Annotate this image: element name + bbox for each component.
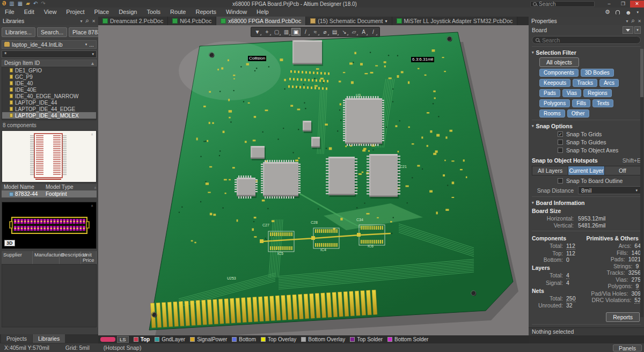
reports-button[interactable]: Reports <box>606 312 640 322</box>
checkbox[interactable] <box>558 140 563 145</box>
section-selection-filter[interactable]: ▾ Selection Filter <box>532 49 641 56</box>
view-3d-badge[interactable]: 3D <box>4 240 15 246</box>
list-item[interactable]: GC_P9 <box>2 74 96 80</box>
open-folder-icon[interactable]: ▰ <box>26 1 30 6</box>
chevron-down-icon[interactable]: ▾ <box>626 19 628 24</box>
menu-edit[interactable]: Edit <box>19 8 39 17</box>
layer-tab-top-overlay[interactable]: Top Overlay <box>261 336 296 342</box>
filter-chip[interactable]: Regions <box>583 89 612 97</box>
section-snap-options[interactable]: ▾ Snap Options <box>532 123 641 129</box>
filter-chip[interactable]: Keepouts <box>539 79 570 87</box>
tab-x68000[interactable]: x68000 FPGA Board.PcbDoc <box>216 17 306 25</box>
search-button[interactable]: Search... <box>37 27 67 37</box>
crosshair-icon[interactable]: + <box>262 28 272 36</box>
list-item[interactable]: DE1_GPIO <box>2 67 96 74</box>
segment-off[interactable]: Off <box>605 166 640 175</box>
checkbox[interactable] <box>558 178 563 184</box>
layer-tab-signalpower[interactable]: SignalPower <box>190 336 227 342</box>
schematic-preview[interactable]: » <box>2 130 97 182</box>
scrollbar[interactable] <box>640 49 643 317</box>
layer-tab-bottom[interactable]: Bottom <box>232 336 256 342</box>
maximize-button[interactable]: ❐ <box>616 1 630 8</box>
model-row[interactable]: 87832-44 Footprint <box>2 190 97 197</box>
component-filter-input[interactable]: * ▾ <box>2 50 97 58</box>
undo-icon[interactable]: ↶ <box>33 1 38 6</box>
menu-design[interactable]: Design <box>114 8 142 17</box>
menu-route[interactable]: Route <box>165 8 191 17</box>
chevron-down-icon[interactable]: ▾ <box>385 19 387 24</box>
collapse-icon[interactable]: » <box>89 204 94 207</box>
close-button[interactable]: ✕ <box>630 1 644 8</box>
pcb-3d-viewport[interactable]: U3 C27 C28 C34 IC5 IC4 IC6 C21 U253 ▼ + … <box>98 25 529 335</box>
filter-chip[interactable]: Rooms <box>539 109 565 118</box>
library-select[interactable]: laptop_ide_44.IntLib ▾ ... <box>2 40 97 49</box>
align-icon[interactable]: ▥ <box>282 28 291 36</box>
chevron-down-icon[interactable]: ▾ <box>636 10 639 14</box>
minimize-button[interactable]: – <box>602 1 616 8</box>
filter-chip[interactable]: Polygons <box>539 99 570 107</box>
checkbox[interactable] <box>558 148 563 153</box>
layers-total-link[interactable]: 4 <box>566 272 569 279</box>
menu-place[interactable]: Place <box>90 8 114 17</box>
more-options-button[interactable]: ... <box>89 41 94 48</box>
chevron-down-icon[interactable]: ▾ <box>85 42 87 47</box>
pcb-board-3d[interactable]: U3 C27 C28 C34 IC5 IC4 IC6 C21 U253 <box>98 25 529 335</box>
list-item[interactable]: IDE_40 <box>2 80 96 86</box>
snap-distance-select[interactable]: 8mil ▾ <box>578 186 641 194</box>
user-icon[interactable]: ☻ <box>625 9 632 16</box>
polygons-link[interactable]: 9 <box>636 283 639 290</box>
filter-chip[interactable]: Texts <box>592 99 613 107</box>
all-objects-button[interactable]: All objects <box>539 57 579 67</box>
chevron-down-icon[interactable]: ▾ <box>92 52 94 56</box>
filter-dropdown-button[interactable]: ▾ <box>634 26 641 34</box>
filter-icon[interactable]: ▼ <box>253 28 262 36</box>
save-icon[interactable]: ▥ <box>9 1 14 6</box>
redo-icon[interactable]: ↷ <box>41 1 45 6</box>
list-item[interactable]: IDE_40E <box>2 86 96 93</box>
room-icon[interactable]: ↘ <box>340 28 349 36</box>
chevron-down-icon[interactable]: ▾ <box>80 19 82 24</box>
close-icon[interactable]: ✕ <box>92 19 96 24</box>
view-3d-icon[interactable]: ▣ <box>291 28 301 36</box>
menu-view[interactable]: View <box>39 8 62 17</box>
footprint-3d-preview[interactable]: » 3D <box>2 202 97 249</box>
tab-projects[interactable]: Projects <box>1 334 32 343</box>
snap-to-object-axes-row[interactable]: Snap To Object Axes <box>558 147 641 153</box>
filter-chip[interactable]: Vias <box>562 89 581 97</box>
filter-chip[interactable]: Other <box>567 109 589 118</box>
gear-icon[interactable]: ⚙ <box>605 9 610 16</box>
tab-libraries[interactable]: Libraries <box>33 334 65 343</box>
checkbox[interactable] <box>558 131 563 137</box>
list-item[interactable]: LAPTOP_IDE_44 <box>2 99 96 106</box>
scrollbar-thumb[interactable] <box>640 49 643 97</box>
text-icon[interactable]: A <box>359 28 368 36</box>
line-icon[interactable]: / <box>369 28 378 36</box>
layer-tab-bottom-overlay[interactable]: Bottom Overlay <box>301 336 345 342</box>
menu-help[interactable]: Help <box>252 8 274 17</box>
layer-tab-top-solder[interactable]: Top Solder <box>350 336 383 342</box>
bell-icon[interactable] <box>616 10 620 14</box>
menu-file[interactable]: File <box>0 8 19 17</box>
filter-button[interactable] <box>623 26 633 34</box>
filter-chip[interactable]: Fills <box>572 99 590 107</box>
snap-board-outline-row[interactable]: Snap To Board Outline <box>558 178 641 184</box>
snap-to-grids-row[interactable]: Snap To Grids <box>558 131 641 137</box>
drill-icon[interactable]: ⌀ <box>320 28 330 36</box>
filter-chip[interactable]: Tracks <box>573 79 597 87</box>
properties-search[interactable] <box>532 36 641 44</box>
select-area-icon[interactable]: ▢ <box>272 28 281 36</box>
segment-all-layers[interactable]: All Layers <box>532 166 568 175</box>
component-list-header[interactable]: Design Item ID ▴ <box>2 60 97 67</box>
filter-chip[interactable]: 3D Bodies <box>581 69 614 77</box>
tab-dreamcast[interactable]: Dreamcast 2.PcbDoc <box>98 17 168 25</box>
menu-window[interactable]: Window <box>221 8 252 17</box>
snap-to-guides-row[interactable]: Snap To Guides <box>558 139 641 145</box>
segment-current-layer[interactable]: Current Layer <box>568 166 604 175</box>
pin-icon[interactable]: ⚲ <box>84 18 90 24</box>
libraries-button[interactable]: Libraries... <box>2 27 35 37</box>
layer-tab-top[interactable]: Top <box>134 336 150 342</box>
measure-icon[interactable]: ≈ <box>311 28 320 36</box>
collapse-icon[interactable]: » <box>89 133 94 135</box>
list-item[interactable]: IDE_40_EDGE_NARROW <box>2 93 96 99</box>
tab-schematic[interactable]: (15) Schematic Document ▾ <box>306 17 392 25</box>
